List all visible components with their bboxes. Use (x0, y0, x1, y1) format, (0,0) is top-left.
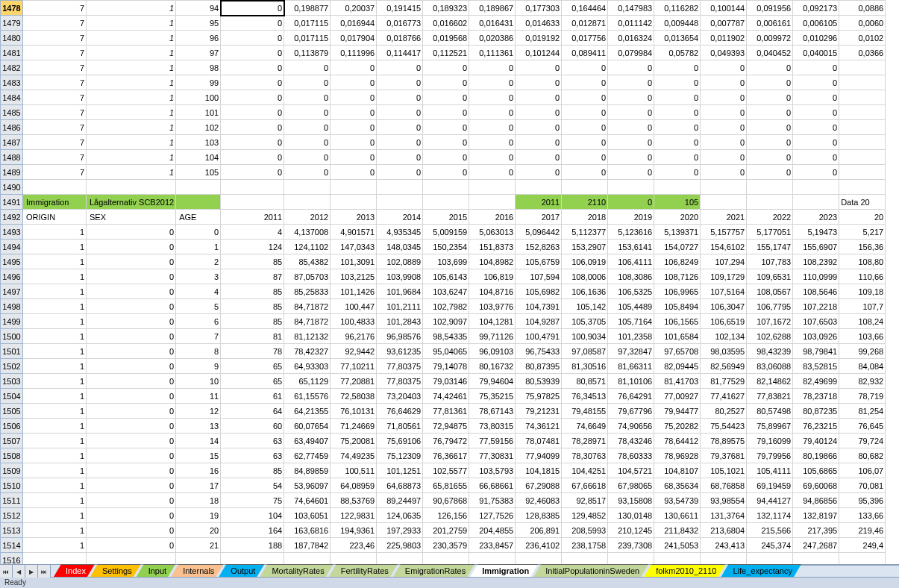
cell[interactable]: 79,79956 (747, 448, 793, 463)
cell[interactable]: 102 (176, 120, 221, 135)
cell[interactable]: 104,8716 (469, 284, 516, 299)
cell[interactable]: 0 (516, 60, 562, 75)
cell[interactable]: 94,44127 (747, 493, 793, 508)
cell[interactable]: 0,011902 (701, 31, 747, 46)
cell[interactable] (423, 195, 469, 210)
cell[interactable]: 99,268 (839, 344, 886, 359)
cell[interactable]: 76,64629 (377, 404, 423, 419)
cell[interactable]: 100,4833 (331, 314, 377, 329)
cell[interactable]: 0 (701, 120, 747, 135)
cell[interactable]: 126,156 (423, 508, 469, 523)
row-header[interactable]: 1507 (1, 434, 23, 448)
cell[interactable]: 75,20081 (331, 434, 377, 448)
cell[interactable]: 2011 (221, 210, 284, 225)
cell[interactable] (793, 553, 839, 565)
cell[interactable]: 102,5577 (423, 463, 469, 478)
cell[interactable]: 1 (176, 240, 221, 254)
cell[interactable]: 0,111996 (331, 46, 377, 60)
cell[interactable]: 0 (377, 135, 423, 150)
cell[interactable]: 106,1636 (562, 284, 608, 299)
cell[interactable]: 0 (331, 150, 377, 165)
cell[interactable]: ORIGIN (23, 210, 87, 225)
cell[interactable]: 206,891 (516, 523, 562, 538)
cell[interactable]: 0,014633 (516, 16, 562, 31)
cell[interactable]: 74,42461 (423, 389, 469, 404)
cell[interactable]: 0 (87, 284, 176, 299)
cell[interactable]: 122,9831 (331, 508, 377, 523)
cell[interactable]: 67,29088 (516, 478, 562, 493)
cell[interactable]: 0,007787 (701, 16, 747, 31)
row-header[interactable]: 1509 (1, 463, 23, 478)
row-header[interactable]: 1499 (1, 314, 23, 329)
cell[interactable]: 0 (87, 374, 176, 389)
cell[interactable]: 0 (654, 60, 701, 75)
cell[interactable] (747, 195, 793, 210)
cell[interactable]: 0,079984 (608, 46, 654, 60)
cell[interactable]: 2016 (469, 210, 516, 225)
cell[interactable]: 75,69106 (377, 434, 423, 448)
cell[interactable]: 81,30516 (562, 359, 608, 374)
cell[interactable]: 105,8494 (654, 299, 701, 314)
cell[interactable]: 0 (562, 150, 608, 165)
cell[interactable]: 103,9908 (377, 269, 423, 284)
row-header[interactable]: 1510 (1, 478, 23, 493)
cell[interactable]: 70,081 (839, 478, 886, 493)
cell[interactable]: 0,114417 (377, 46, 423, 60)
cell[interactable]: 0 (562, 105, 608, 120)
cell[interactable]: 20 (176, 523, 221, 538)
cell[interactable]: 101,1426 (331, 284, 377, 299)
cell[interactable]: 1 (87, 16, 176, 31)
cell[interactable]: 92,8517 (562, 493, 608, 508)
cell[interactable]: 0,0886 (839, 1, 886, 16)
row-header[interactable]: 1487 (1, 135, 23, 150)
cell[interactable] (23, 180, 87, 195)
cell[interactable]: 0,020386 (469, 31, 516, 46)
cell[interactable]: 0 (701, 105, 747, 120)
cell[interactable]: 0 (284, 165, 331, 180)
cell[interactable]: 0,101244 (516, 46, 562, 60)
cell[interactable]: 0 (469, 150, 516, 165)
row-header[interactable]: 1486 (1, 120, 23, 135)
cell[interactable]: 7 (23, 90, 87, 105)
cell[interactable]: 0,018766 (377, 31, 423, 46)
cell[interactable]: 0,116282 (654, 1, 701, 16)
cell[interactable]: 0,100144 (701, 1, 747, 16)
cell[interactable]: 164 (221, 523, 284, 538)
cell[interactable]: 96,98576 (377, 329, 423, 344)
cell[interactable]: 0 (701, 90, 747, 105)
cell[interactable]: 105,6982 (516, 284, 562, 299)
cell[interactable]: 77,80375 (377, 359, 423, 374)
cell[interactable]: 77,00927 (654, 389, 701, 404)
cell[interactable]: 7 (176, 329, 221, 344)
cell[interactable]: 77,83821 (747, 389, 793, 404)
cell[interactable]: 1 (23, 478, 87, 493)
cell[interactable]: 0,013654 (654, 31, 701, 46)
cell[interactable]: 77,94099 (516, 448, 562, 463)
cell[interactable]: 1 (87, 105, 176, 120)
cell[interactable]: 1 (23, 404, 87, 419)
cell[interactable]: 152,8263 (516, 240, 562, 254)
cell[interactable]: 7 (23, 16, 87, 31)
cell[interactable]: 108,5646 (793, 284, 839, 299)
cell[interactable]: 5,177051 (747, 225, 793, 240)
cell[interactable]: 187,7842 (284, 538, 331, 553)
row-header[interactable]: 1488 (1, 150, 23, 165)
cell[interactable]: 82,932 (839, 374, 886, 389)
cell[interactable]: 0 (516, 150, 562, 165)
cell[interactable]: 132,8197 (793, 508, 839, 523)
cell[interactable]: 108,0006 (562, 269, 608, 284)
cell[interactable]: 104,8107 (654, 463, 701, 478)
cell[interactable]: 204,4855 (469, 523, 516, 538)
cell[interactable] (469, 180, 516, 195)
cell[interactable]: 0 (654, 165, 701, 180)
cell[interactable]: 0 (747, 135, 793, 150)
cell[interactable]: 0 (654, 90, 701, 105)
cell[interactable]: 96 (176, 31, 221, 46)
sheet-tab-mortalityrates[interactable]: MortalityRates (260, 564, 333, 577)
cell[interactable]: 97,08587 (562, 344, 608, 359)
cell[interactable]: 7 (23, 150, 87, 165)
cell[interactable]: 0 (331, 90, 377, 105)
cell[interactable]: 82,14862 (747, 374, 793, 389)
cell[interactable]: 66,68661 (469, 478, 516, 493)
cell[interactable]: 0,049393 (701, 46, 747, 60)
